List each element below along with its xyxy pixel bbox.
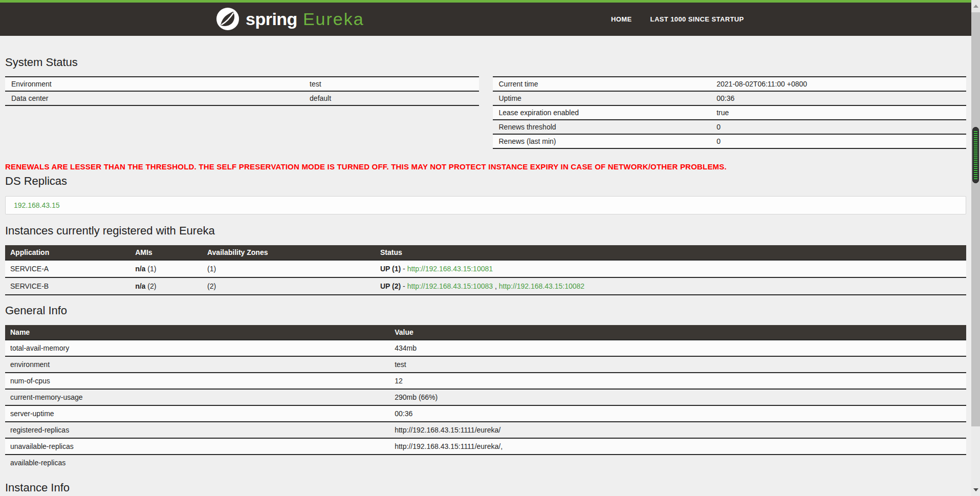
column-header-status: Status — [375, 245, 966, 260]
info-name: registered-replicas — [5, 422, 389, 438]
table-row: total-avail-memory 434mb — [5, 340, 966, 356]
info-name: current-memory-usage — [5, 389, 389, 405]
table-row: Data center default — [5, 91, 479, 105]
kv-value: 0 — [710, 134, 966, 148]
table-row: available-replicas — [5, 455, 966, 470]
table-row: environment test — [5, 356, 966, 373]
amis-cell: n/a (1) — [130, 260, 202, 277]
info-name: unavailable-replicas — [5, 438, 389, 455]
brand: spring Eureka — [216, 7, 364, 31]
instance-info-heading: Instance Info — [5, 482, 966, 494]
table-row: Uptime 00:36 — [493, 91, 967, 105]
spring-leaf-icon — [216, 7, 239, 31]
system-status-right-table: Current time 2021-08-02T06:11:00 +0800 U… — [493, 76, 967, 149]
instances-heading: Instances currently registered with Eure… — [5, 225, 966, 237]
column-header-value: Value — [389, 325, 966, 340]
info-value: http://192.168.43.15:1111/eureka/, — [389, 438, 966, 455]
instance-link[interactable]: http://192.168.43.15:10081 — [407, 265, 493, 273]
kv-value: 00:36 — [710, 91, 966, 105]
status-cell: UP (1) - http://192.168.43.15:10081 — [375, 260, 966, 277]
info-name: available-replicas — [5, 455, 389, 470]
info-name: num-of-cpus — [5, 373, 389, 389]
ds-replicas-box: 192.168.43.15 — [5, 196, 966, 214]
table-row: server-uptime 00:36 — [5, 405, 966, 422]
column-header-availability-zones: Availability Zones — [202, 245, 375, 260]
info-name: environment — [5, 356, 389, 373]
kv-label: Lease expiration enabled — [493, 105, 711, 120]
application-cell: SERVICE-B — [5, 277, 130, 295]
table-row: registered-replicas http://192.168.43.15… — [5, 422, 966, 438]
info-name: total-avail-memory — [5, 340, 389, 356]
kv-label: Data center — [5, 91, 303, 105]
amis-cell: n/a (2) — [130, 277, 202, 295]
table-row: unavailable-replicas http://192.168.43.1… — [5, 438, 966, 455]
vertical-scrollbar[interactable] — [971, 0, 980, 496]
table-row: Lease expiration enabled true — [493, 105, 967, 120]
column-header-amis: AMIs — [130, 245, 202, 260]
table-row: SERVICE-A n/a (1) (1) UP (1) - http://19… — [5, 260, 966, 277]
ds-replicas-heading: DS Replicas — [5, 175, 966, 187]
kv-value: test — [303, 77, 478, 91]
info-value — [389, 455, 966, 470]
info-value: test — [389, 356, 966, 373]
general-info-heading: General Info — [5, 305, 966, 317]
table-row: SERVICE-B n/a (2) (2) UP (2) - http://19… — [5, 277, 966, 295]
info-value: 290mb (66%) — [389, 389, 966, 405]
info-name: server-uptime — [5, 405, 389, 422]
kv-label: Renews threshold — [493, 120, 711, 134]
scrollbar-thumb-stripes — [974, 131, 977, 179]
kv-label: Uptime — [493, 91, 711, 105]
kv-value: 0 — [710, 120, 966, 134]
navbar-links: HOME LAST 1000 SINCE STARTUP — [611, 3, 744, 36]
zones-cell: (1) — [202, 260, 375, 277]
brand-text-spring: spring — [246, 9, 297, 29]
main-content: System Status Environment test Data cent… — [0, 56, 980, 494]
table-header-row: Application AMIs Availability Zones Stat… — [5, 245, 966, 260]
general-info-table: Name Value total-avail-memory 434mb envi… — [5, 325, 966, 470]
system-status-tables: Environment test Data center default Cur… — [5, 76, 966, 149]
table-header-row: Name Value — [5, 325, 966, 340]
triangle-up-icon — [973, 5, 978, 8]
kv-value: default — [303, 91, 478, 105]
info-value: 434mb — [389, 340, 966, 356]
self-preservation-warning: RENEWALS ARE LESSER THAN THE THRESHOLD. … — [5, 162, 966, 171]
scroll-down-button[interactable] — [971, 484, 980, 496]
kv-label: Renews (last min) — [493, 134, 711, 148]
system-status-left-table: Environment test Data center default — [5, 76, 479, 106]
nav-link-last-1000[interactable]: LAST 1000 SINCE STARTUP — [650, 15, 744, 23]
table-row: Current time 2021-08-02T06:11:00 +0800 — [493, 77, 967, 91]
table-row: Renews threshold 0 — [493, 120, 967, 134]
top-navbar: spring Eureka HOME LAST 1000 SINCE START… — [0, 0, 980, 36]
column-header-name: Name — [5, 325, 389, 340]
table-row: Renews (last min) 0 — [493, 134, 967, 148]
kv-value: true — [710, 105, 966, 120]
triangle-down-icon — [973, 488, 978, 491]
instances-table: Application AMIs Availability Zones Stat… — [5, 245, 966, 295]
status-cell: UP (2) - http://192.168.43.15:10083 , ht… — [375, 277, 966, 295]
column-header-application: Application — [5, 245, 130, 260]
instance-link[interactable]: http://192.168.43.15:10083 — [407, 282, 493, 290]
scroll-up-button[interactable] — [971, 0, 980, 12]
kv-value: 2021-08-02T06:11:00 +0800 — [710, 77, 966, 91]
zones-cell: (2) — [202, 277, 375, 295]
kv-label: Environment — [5, 77, 303, 91]
scrollbar-thumb[interactable] — [972, 127, 979, 183]
scrollbar-track[interactable] — [971, 12, 980, 426]
system-status-heading: System Status — [5, 56, 966, 69]
application-cell: SERVICE-A — [5, 260, 130, 277]
brand-text-eureka: Eureka — [303, 9, 364, 29]
nav-link-home[interactable]: HOME — [611, 15, 632, 23]
table-row: num-of-cpus 12 — [5, 373, 966, 389]
info-value: 12 — [389, 373, 966, 389]
kv-label: Current time — [493, 77, 711, 91]
info-value: http://192.168.43.15:1111/eureka/ — [389, 422, 966, 438]
info-value: 00:36 — [389, 405, 966, 422]
instance-link[interactable]: http://192.168.43.15:10082 — [499, 282, 584, 290]
ds-replica-link[interactable]: 192.168.43.15 — [14, 201, 60, 209]
table-row: Environment test — [5, 77, 479, 91]
table-row: current-memory-usage 290mb (66%) — [5, 389, 966, 405]
